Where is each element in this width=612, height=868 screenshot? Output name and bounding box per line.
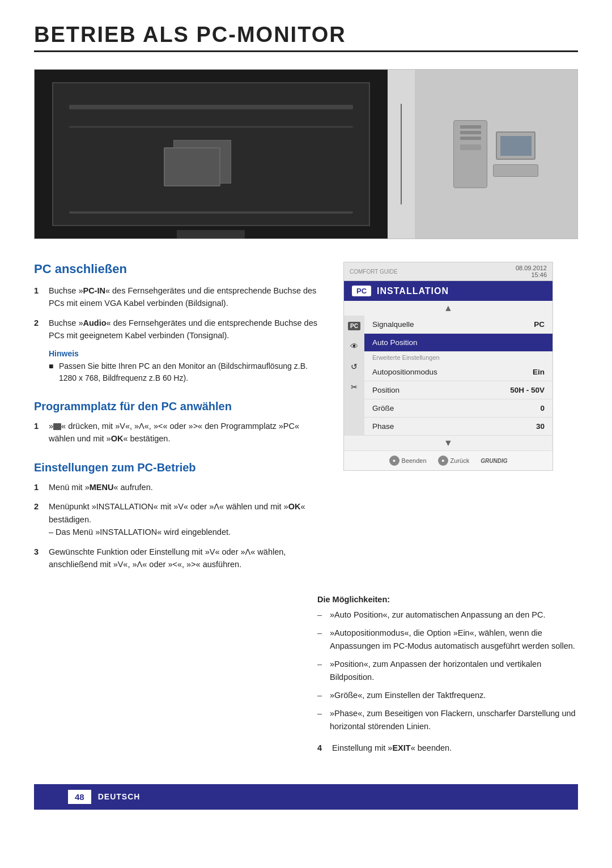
pc-monitor-small <box>496 131 536 160</box>
list-item: 3 Gewünschte Funktion oder Einstellung m… <box>34 546 321 571</box>
list-text: Menüpunkt »INSTALLATION« mit »V« oder »Λ… <box>49 500 321 538</box>
row-value: PC <box>534 320 545 329</box>
section-heading-pc-anschliessen: PC anschließen <box>34 262 321 276</box>
moeglichkeiten-heading: Die Möglichkeiten: <box>317 595 578 604</box>
page-footer: 48 DEUTSCH <box>34 784 578 810</box>
list-text: Buchse »PC-IN« des Fernsehgerätes und di… <box>49 284 321 310</box>
row-label: Größe <box>372 404 394 412</box>
list-number: 1 <box>34 284 43 310</box>
moeglichkeiten-list: – »Auto Position«, zur automatischen Anp… <box>317 609 578 733</box>
hinweis-box: Hinweis ■ Passen Sie bitte Ihren PC an d… <box>49 349 321 384</box>
page-title: BETRIEB ALS PC-MONITOR <box>34 23 578 52</box>
screen-sidebar: PC 👁 ↺ ✂ <box>344 316 552 436</box>
screen-header: PC INSTALLATION <box>344 281 552 301</box>
row-label: Auto Position <box>372 338 418 347</box>
row-label: Phase <box>372 422 394 431</box>
screen-time: 15:46 <box>531 271 547 278</box>
row-label: Position <box>372 386 400 394</box>
screen-chevron-down: ▼ <box>344 436 552 450</box>
pc-keyboard-small <box>493 164 538 177</box>
list-item: – »Position«, zum Anpassen der horizonta… <box>317 658 578 683</box>
pc-drive-2 <box>460 131 481 134</box>
screen-row-position: Position 50H - 50V <box>364 381 552 399</box>
tv-stand <box>177 230 245 239</box>
list-text: »Autopositionmodus«, die Option »Ein«, w… <box>330 627 578 652</box>
list-number: 1 <box>34 420 43 445</box>
list-item: 4 Einstellung mit »EXIT« beenden. <box>317 742 578 754</box>
screen-icon-eye-item: 👁 <box>346 338 362 354</box>
dash-sym: – <box>317 627 325 652</box>
tv-back-panel <box>35 70 388 239</box>
screen-section-label: Erweiterte Einstellungen <box>364 352 552 363</box>
list-text: Buchse »Audio« des Fernsehgerätes und di… <box>49 317 321 342</box>
list-text: Gewünschte Funktion oder Einstellung mit… <box>49 546 321 571</box>
screen-btn-zurueck: ● Zurück <box>438 456 470 466</box>
screen-main-col: Signalquelle PC Auto Position Erweiterte… <box>364 316 552 436</box>
screen-header-title: INSTALLATION <box>377 286 449 296</box>
btn-label: Zurück <box>450 457 470 464</box>
bottom-left <box>34 595 295 761</box>
screen-datetime: 08.09.2012 15:46 <box>516 265 547 278</box>
list-text: »« drücken, mit »V«, »Λ«, »<« oder »>« d… <box>49 420 321 445</box>
list-item: – »Größe«, zum Einstellen der Taktfreque… <box>317 689 578 701</box>
screen-icon-tools-item: ✂ <box>346 379 362 395</box>
btn-circle: ● <box>438 456 448 466</box>
dash-sym: – <box>317 658 325 683</box>
screen-btn-beenden: ● Beenden <box>389 456 427 466</box>
row-label: Signalquelle <box>372 320 414 329</box>
screen-chevron-up: ▲ <box>344 301 552 316</box>
screen-pc-badge: PC <box>352 286 371 296</box>
section-heading-programmplatz: Programmplatz für den PC anwählen <box>34 400 321 413</box>
row-value: 50H - 50V <box>510 386 545 394</box>
btn-circle: ● <box>389 456 400 466</box>
list-item: – »Auto Position«, zur automatischen Anp… <box>317 609 578 621</box>
screen-row-signalquelle: Signalquelle PC <box>364 316 552 334</box>
row-value: 30 <box>536 422 545 431</box>
tv-back-detail <box>52 82 369 225</box>
list-item: 1 Menü mit »MENU« aufrufen. <box>34 481 321 493</box>
pc-tower <box>453 120 487 188</box>
footer-text: DEUTSCH <box>98 792 141 801</box>
list-text: Einstellung mit »EXIT« beenden. <box>332 742 578 754</box>
screen-mockup: COMFORT GUIDE 08.09.2012 15:46 PC INSTAL… <box>343 262 553 471</box>
programmplatz-list: 1 »« drücken, mit »V«, »Λ«, »<« oder »>«… <box>34 420 321 445</box>
list-item: 1 Buchse »PC-IN« des Fernsehgerätes und … <box>34 284 321 310</box>
list-item: 2 Buchse »Audio« des Fernsehgerätes und … <box>34 317 321 342</box>
hinweis-text: ■ Passen Sie bitte Ihren PC an den Monit… <box>49 360 321 384</box>
row-value: 0 <box>540 404 545 412</box>
list-text: Menü mit »MENU« aufrufen. <box>49 481 321 493</box>
row-label: Autopositionmodus <box>372 368 437 376</box>
list-number: 3 <box>34 546 43 571</box>
pc-icon: PC <box>348 322 360 330</box>
screen-row-autopositionmodus: Autopositionmodus Ein <box>364 363 552 381</box>
refresh-icon: ↺ <box>351 362 358 371</box>
pc-drive-3 <box>460 137 481 140</box>
list-item: 1 »« drücken, mit »V«, »Λ«, »<« oder »>«… <box>34 420 321 445</box>
screen-bottom: ● Beenden ● Zurück GRUNDIG <box>344 450 552 470</box>
list-item: – »Autopositionmodus«, die Option »Ein«,… <box>317 627 578 652</box>
section-heading-einstellungen: Einstellungen zum PC-Betrieb <box>34 461 321 474</box>
screen-comfort-guide: COMFORT GUIDE <box>350 269 398 275</box>
dash-sym: – <box>317 707 325 733</box>
dash-sym: – <box>317 689 325 701</box>
list-number: 4 <box>317 742 326 754</box>
einstellungen-list: 1 Menü mit »MENU« aufrufen. 2 Menüpunkt … <box>34 481 321 571</box>
step4-list: 4 Einstellung mit »EXIT« beenden. <box>317 742 578 754</box>
footer-badge: 48 <box>68 790 91 804</box>
screen-row-groesse: Größe 0 <box>364 399 552 418</box>
list-number: 1 <box>34 481 43 493</box>
list-text: »Größe«, zum Einstellen der Taktfrequenz… <box>330 689 486 701</box>
cable-area <box>388 70 415 239</box>
hinweis-content: Passen Sie bitte Ihren PC an den Monitor… <box>59 360 321 384</box>
list-number: 2 <box>34 317 43 342</box>
pc-anschliessen-list: 1 Buchse »PC-IN« des Fernsehgerätes und … <box>34 284 321 342</box>
list-number: 2 <box>34 500 43 538</box>
bottom-right: Die Möglichkeiten: – »Auto Position«, zu… <box>317 595 578 761</box>
grundig-logo: GRUNDIG <box>481 458 507 464</box>
screen-date: 08.09.2012 <box>516 265 547 271</box>
bottom-section: Die Möglichkeiten: – »Auto Position«, zu… <box>34 595 578 761</box>
screen-row-auto-position: Auto Position <box>364 334 552 352</box>
list-text: »Phase«, zum Beseitigen von Flackern, un… <box>330 707 578 733</box>
screen-icon-pc-item: PC <box>346 318 362 334</box>
list-text: »Position«, zum Anpassen der horizontale… <box>330 658 578 683</box>
